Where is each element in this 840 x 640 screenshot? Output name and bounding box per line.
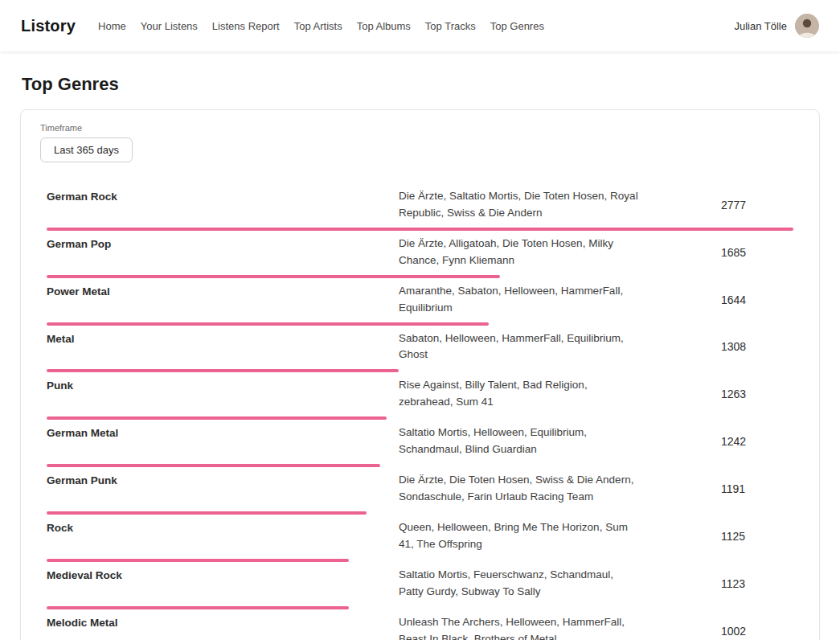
user-name: Julian Tölle — [734, 20, 787, 32]
nav-item-home[interactable]: Home — [98, 20, 126, 32]
timeframe-label: Timeframe — [40, 123, 806, 133]
nav-item-your-listens[interactable]: Your Listens — [141, 20, 198, 32]
genre-name: Power Metal — [47, 283, 389, 297]
user-menu[interactable]: Julian Tölle — [734, 14, 819, 38]
nav-item-listens-report[interactable]: Listens Report — [212, 20, 280, 32]
genre-top-artists: Die Ärzte, Alligatoah, Die Toten Hosen, … — [399, 236, 640, 269]
genre-name: Metal — [47, 330, 389, 345]
genre-listen-count: 1002 — [721, 625, 793, 638]
genre-row: MetalSabaton, Helloween, HammerFall, Equ… — [47, 326, 793, 373]
genre-row: German PunkDie Ärzte, Die Toten Hosen, S… — [47, 467, 793, 515]
genre-name: Medieval Rock — [47, 567, 389, 581]
genre-name: German Metal — [47, 425, 389, 439]
app-logo[interactable]: Listory — [21, 17, 76, 35]
genre-listen-count: 1191 — [721, 482, 793, 495]
page-content: Top Genres Timeframe Last 365 days Germa… — [0, 74, 840, 640]
genre-row: German PopDie Ärzte, Alligatoah, Die Tot… — [47, 231, 793, 278]
genres-table: German RockDie Ärzte, Saltatio Mortis, D… — [34, 183, 806, 640]
genre-listen-count: 2777 — [721, 199, 793, 211]
genre-name: Melodic Metal — [47, 614, 389, 629]
genre-name: German Pop — [47, 236, 389, 250]
genre-top-artists: Die Ärzte, Die Toten Hosen, Swiss & Die … — [399, 472, 640, 506]
nav-item-top-artists[interactable]: Top Artists — [294, 20, 342, 32]
genre-top-artists: Sabaton, Helloween, HammerFall, Equilibr… — [399, 330, 640, 364]
genre-top-artists: Saltatio Mortis, Feuerschwanz, Schandmau… — [399, 567, 640, 601]
nav-item-top-genres[interactable]: Top Genres — [490, 20, 544, 32]
genre-row: German MetalSaltatio Mortis, Helloween, … — [47, 420, 793, 467]
genre-row: PunkRise Against, Billy Talent, Bad Reli… — [47, 372, 793, 420]
genre-listen-count: 1242 — [721, 435, 793, 448]
timeframe-select[interactable]: Last 365 days — [40, 137, 133, 162]
nav-item-top-albums[interactable]: Top Albums — [357, 20, 411, 32]
timeframe-control: Timeframe Last 365 days — [40, 123, 806, 162]
page-title: Top Genres — [22, 74, 818, 95]
genre-top-artists: Saltatio Mortis, Helloween, Equilibrium,… — [399, 425, 640, 458]
genre-listen-count: 1123 — [721, 577, 793, 590]
genre-name: German Rock — [47, 188, 389, 203]
genre-listen-count: 1125 — [721, 530, 793, 543]
genre-row: Melodic MetalUnleash The Archers, Hellow… — [47, 609, 793, 640]
genre-top-artists: Amaranthe, Sabaton, Helloween, HammerFal… — [399, 283, 640, 317]
genre-top-artists: Unleash The Archers, Helloween, HammerFa… — [399, 614, 640, 640]
main-nav: Home Your Listens Listens Report Top Art… — [98, 20, 544, 32]
genre-listen-count: 1308 — [721, 340, 793, 353]
genre-listen-count: 1685 — [721, 246, 793, 259]
genre-name: Punk — [47, 377, 389, 392]
genre-top-artists: Queen, Helloween, Bring Me The Horizon, … — [399, 519, 640, 553]
genre-row: Power MetalAmaranthe, Sabaton, Helloween… — [47, 278, 793, 326]
genre-row: Medieval RockSaltatio Mortis, Feuerschwa… — [47, 562, 793, 609]
genre-top-artists: Rise Against, Billy Talent, Bad Religion… — [399, 377, 640, 411]
genre-listen-count: 1263 — [721, 388, 793, 400]
user-avatar[interactable] — [795, 14, 819, 38]
genre-listen-count: 1644 — [721, 293, 793, 306]
genre-top-artists: Die Ärzte, Saltatio Mortis, Die Toten Ho… — [399, 188, 640, 222]
genre-row: German RockDie Ärzte, Saltatio Mortis, D… — [47, 183, 793, 231]
top-navigation-bar: Listory Home Your Listens Listens Report… — [0, 0, 840, 51]
nav-item-top-tracks[interactable]: Top Tracks — [425, 20, 476, 32]
top-genres-card: Timeframe Last 365 days German RockDie Ä… — [20, 109, 820, 640]
user-photo-icon — [795, 14, 819, 38]
genre-name: German Punk — [47, 472, 389, 486]
genre-name: Rock — [47, 519, 389, 534]
genre-row: RockQueen, Helloween, Bring Me The Horiz… — [47, 515, 793, 562]
